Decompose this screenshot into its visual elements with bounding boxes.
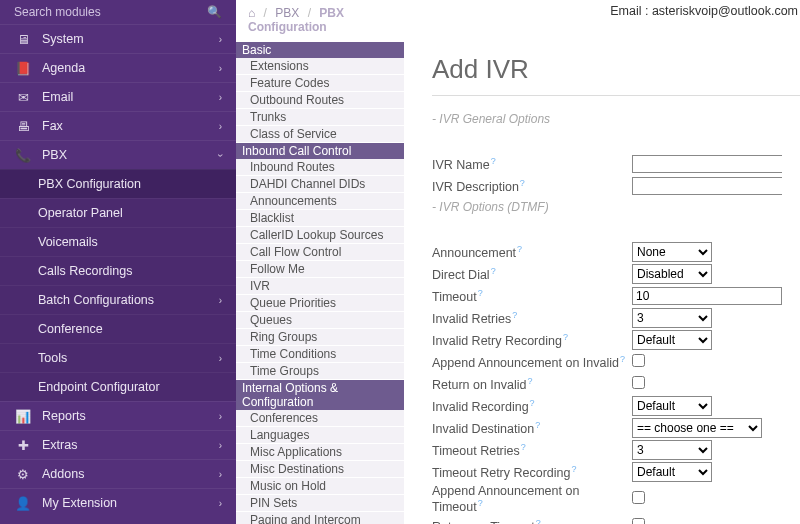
invalid-destination-select[interactable]: == choose one == xyxy=(632,418,762,438)
sub-item-endpoint-configurator[interactable]: Endpoint Configurator xyxy=(0,372,236,401)
fax-icon: 🖶 xyxy=(14,119,32,134)
main-panel: Email : asteriskvoip@outlook.com Add IVR… xyxy=(404,0,800,524)
timeout-retries-select[interactable]: 3 xyxy=(632,440,712,460)
field-row-direct-dial: Direct Dial?Disabled xyxy=(432,264,800,284)
sub-item-pbx-configuration[interactable]: PBX Configuration xyxy=(0,169,236,198)
label-direct-dial: Direct Dial? xyxy=(432,266,632,282)
sub-item-operator-panel[interactable]: Operator Panel xyxy=(0,198,236,227)
field-row-invalid-retry-recording: Invalid Retry Recording?Default xyxy=(432,330,800,350)
category-head-inbound-call-control: Inbound Call Control xyxy=(236,143,404,159)
module-link-outbound-routes[interactable]: Outbound Routes xyxy=(236,92,404,108)
module-link-call-flow-control[interactable]: Call Flow Control xyxy=(236,244,404,260)
page-title: Add IVR xyxy=(432,54,800,85)
help-icon[interactable]: ? xyxy=(536,518,541,524)
module-link-ivr[interactable]: IVR xyxy=(236,278,404,294)
append-announcement-invalid-checkbox[interactable] xyxy=(632,354,645,367)
sub-item-conference[interactable]: Conference xyxy=(0,314,236,343)
search-modules[interactable]: Search modules 🔍 xyxy=(0,0,236,24)
sub-item-label: PBX Configuration xyxy=(38,177,141,191)
invalid-retry-recording-select[interactable]: Default xyxy=(632,330,712,350)
module-link-pin-sets[interactable]: PIN Sets xyxy=(236,495,404,511)
module-link-queues[interactable]: Queues xyxy=(236,312,404,328)
help-icon[interactable]: ? xyxy=(491,156,496,166)
ivr-description-input[interactable] xyxy=(632,177,782,195)
help-icon[interactable]: ? xyxy=(478,288,483,298)
nav-label: Email xyxy=(42,90,73,104)
section-general-options: - IVR General Options xyxy=(432,112,800,126)
module-link-conferences[interactable]: Conferences xyxy=(236,410,404,426)
module-link-time-conditions[interactable]: Time Conditions xyxy=(236,346,404,362)
nav-item-email[interactable]: ✉Email› xyxy=(0,82,236,111)
timeout-input[interactable] xyxy=(632,287,782,305)
help-icon[interactable]: ? xyxy=(535,420,540,430)
nav-item-agenda[interactable]: 📕Agenda› xyxy=(0,53,236,82)
module-link-queue-priorities[interactable]: Queue Priorities xyxy=(236,295,404,311)
home-icon[interactable]: ⌂ xyxy=(248,6,255,20)
sidebar: Search modules 🔍 🖥System›📕Agenda›✉Email›… xyxy=(0,0,236,524)
sub-item-tools[interactable]: Tools› xyxy=(0,343,236,372)
sub-item-label: Calls Recordings xyxy=(38,264,132,278)
nav-item-system[interactable]: 🖥System› xyxy=(0,24,236,53)
module-link-inbound-routes[interactable]: Inbound Routes xyxy=(236,159,404,175)
nav-item-reports[interactable]: 📊Reports› xyxy=(0,401,236,430)
help-icon[interactable]: ? xyxy=(517,244,522,254)
crumb-pbx[interactable]: PBX xyxy=(275,6,299,20)
help-icon[interactable]: ? xyxy=(563,332,568,342)
help-icon[interactable]: ? xyxy=(491,266,496,276)
invalid-retries-select[interactable]: 3 xyxy=(632,308,712,328)
module-link-languages[interactable]: Languages xyxy=(236,427,404,443)
module-link-callerid-lookup-sources[interactable]: CallerID Lookup Sources xyxy=(236,227,404,243)
module-link-dahdi-channel-dids[interactable]: DAHDI Channel DIDs xyxy=(236,176,404,192)
sub-item-label: Batch Configurations xyxy=(38,293,154,307)
chevron-right-icon: › xyxy=(219,411,222,422)
help-icon[interactable]: ? xyxy=(571,464,576,474)
system-icon: 🖥 xyxy=(14,32,32,47)
append-announcement-timeout-checkbox[interactable] xyxy=(632,491,645,504)
nav-item-my-extension[interactable]: 👤My Extension› xyxy=(0,488,236,517)
help-icon[interactable]: ? xyxy=(528,376,533,386)
module-link-blacklist[interactable]: Blacklist xyxy=(236,210,404,226)
help-icon[interactable]: ? xyxy=(620,354,625,364)
module-link-time-groups[interactable]: Time Groups xyxy=(236,363,404,379)
nav-label: Agenda xyxy=(42,61,85,75)
nav-item-addons[interactable]: ⚙Addons› xyxy=(0,459,236,488)
sub-item-voicemails[interactable]: Voicemails xyxy=(0,227,236,256)
timeout-retry-recording-select[interactable]: Default xyxy=(632,462,712,482)
module-link-trunks[interactable]: Trunks xyxy=(236,109,404,125)
return-on-invalid-checkbox[interactable] xyxy=(632,376,645,389)
help-icon[interactable]: ? xyxy=(530,398,535,408)
module-link-announcements[interactable]: Announcements xyxy=(236,193,404,209)
nav-item-extras[interactable]: ✚Extras› xyxy=(0,430,236,459)
help-icon[interactable]: ? xyxy=(512,310,517,320)
help-icon[interactable]: ? xyxy=(478,498,483,508)
nav-item-pbx[interactable]: 📞PBX› xyxy=(0,140,236,169)
module-link-extensions[interactable]: Extensions xyxy=(236,58,404,74)
section-ivr-options: - IVR Options (DTMF) xyxy=(432,200,800,214)
help-icon[interactable]: ? xyxy=(521,442,526,452)
chevron-right-icon: › xyxy=(219,295,222,306)
module-link-class-of-service[interactable]: Class of Service xyxy=(236,126,404,142)
module-link-misc-destinations[interactable]: Misc Destinations xyxy=(236,461,404,477)
field-row-timeout-retries: Timeout Retries?3 xyxy=(432,440,800,460)
ivr-name-input[interactable] xyxy=(632,155,782,173)
search-placeholder: Search modules xyxy=(14,5,101,19)
chevron-right-icon: › xyxy=(219,34,222,45)
direct-dial-select[interactable]: Disabled xyxy=(632,264,712,284)
announcement-select[interactable]: None xyxy=(632,242,712,262)
chevron-right-icon: › xyxy=(215,153,226,156)
module-link-follow-me[interactable]: Follow Me xyxy=(236,261,404,277)
sub-item-label: Operator Panel xyxy=(38,206,123,220)
help-icon[interactable]: ? xyxy=(520,178,525,188)
field-row-return-on-timeout: Return on Timeout? xyxy=(432,516,800,524)
return-on-timeout-checkbox[interactable] xyxy=(632,518,645,524)
sub-item-batch-configurations[interactable]: Batch Configurations› xyxy=(0,285,236,314)
nav-item-fax[interactable]: 🖶Fax› xyxy=(0,111,236,140)
module-link-music-on-hold[interactable]: Music on Hold xyxy=(236,478,404,494)
module-link-ring-groups[interactable]: Ring Groups xyxy=(236,329,404,345)
invalid-recording-select[interactable]: Default xyxy=(632,396,712,416)
module-link-misc-applications[interactable]: Misc Applications xyxy=(236,444,404,460)
sub-item-calls-recordings[interactable]: Calls Recordings xyxy=(0,256,236,285)
field-row-announcement: Announcement?None xyxy=(432,242,800,262)
module-link-feature-codes[interactable]: Feature Codes xyxy=(236,75,404,91)
module-link-paging-and-intercom[interactable]: Paging and Intercom xyxy=(236,512,404,524)
